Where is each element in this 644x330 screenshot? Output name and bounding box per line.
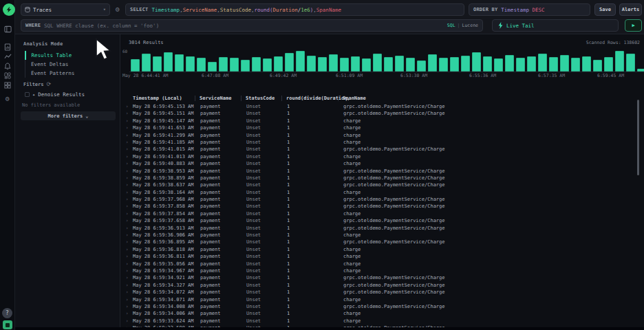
mode-item[interactable]: Results Table (25, 51, 75, 60)
chart-bar[interactable] (571, 58, 580, 72)
chart-bar[interactable] (428, 54, 437, 72)
table-row[interactable]: ›May 28 6:59:38.859 AMpaymentUnset1grpc.… (122, 175, 644, 182)
chart-bar[interactable] (494, 58, 503, 72)
col-duration[interactable]: round(divide(Duration, (281, 96, 342, 101)
vertical-scrollbar[interactable] (637, 100, 639, 175)
chart-bar[interactable] (296, 51, 305, 72)
table-row[interactable]: ›May 28 6:59:41.015 AMpaymentUnset1grpc.… (122, 146, 644, 153)
table-row[interactable]: ›May 28 6:59:41.653 AMpaymentUnset1charg… (122, 124, 644, 131)
col-servicename[interactable]: ServiceName (195, 96, 245, 101)
query-language-toggle[interactable]: SQL|Lucene (447, 23, 478, 28)
chart-bar[interactable] (439, 58, 448, 72)
chart-bar[interactable] (230, 58, 239, 72)
chart-bar[interactable] (307, 56, 316, 72)
chart-bar[interactable] (373, 54, 382, 72)
chart-bar[interactable] (615, 51, 624, 72)
chart-bar[interactable] (153, 56, 162, 72)
table-row[interactable]: ›May 28 6:59:40.883 AMpaymentUnset1charg… (122, 160, 644, 167)
settings-gear-icon[interactable]: ⚙ (3, 94, 12, 102)
col-spanname[interactable]: SpanName (338, 96, 644, 101)
nav-alerts-bell-icon[interactable] (3, 62, 12, 70)
table-row[interactable]: ›May 28 6:59:37.658 AMpaymentUnset1grpc.… (122, 217, 644, 224)
chart-bar[interactable] (384, 57, 393, 72)
table-row[interactable]: ›May 28 6:59:38.953 AMpaymentUnset1grpc.… (122, 168, 644, 175)
col-timestamp[interactable]: Timestamp (Local) (131, 96, 199, 101)
table-row[interactable]: ›May 28 6:59:41.013 AMpaymentUnset1charg… (122, 153, 644, 160)
chart-bar[interactable] (450, 57, 459, 72)
chart-bar[interactable] (516, 58, 525, 72)
nav-dashboards-icon[interactable] (3, 72, 12, 80)
chart-bar[interactable] (461, 56, 470, 72)
table-row[interactable]: ›May 28 6:59:34.327 AMpaymentUnset1grpc.… (122, 282, 644, 289)
logo[interactable] (3, 3, 15, 16)
table-row[interactable]: ›May 28 6:59:34.008 AMpaymentUnset1grpc.… (122, 303, 644, 310)
table-row[interactable]: ›May 28 6:59:34.006 AMpaymentUnset1charg… (122, 310, 644, 317)
nav-chart-explorer-icon[interactable] (3, 52, 12, 60)
more-filters-button[interactable]: More filters ⌄ (21, 111, 116, 120)
chart-bar[interactable] (263, 58, 272, 72)
chart-bar[interactable] (604, 57, 613, 72)
chart-bar[interactable] (329, 54, 338, 72)
mode-item[interactable]: Event Patterns (25, 69, 74, 78)
chart-bar[interactable] (318, 57, 327, 72)
chart-bar[interactable] (219, 57, 228, 72)
table-row[interactable]: ›May 28 6:59:36.906 AMpaymentUnset1charg… (122, 232, 644, 239)
chart-bar[interactable] (285, 53, 294, 72)
mode-item[interactable]: Event Deltas (25, 60, 74, 69)
chart-bar[interactable] (142, 54, 151, 72)
where-clause-input[interactable]: WHERE SQL WHERE clause (ex. column = 'fo… (21, 19, 483, 32)
chart-bar[interactable] (241, 60, 250, 72)
table-row[interactable]: ›May 28 6:59:36.895 AMpaymentUnset1grpc.… (122, 239, 644, 245)
table-row[interactable]: ›May 28 6:59:45.153 AMpaymentUnset1grpc.… (122, 103, 644, 110)
chart-bar[interactable] (582, 56, 591, 72)
chart-bar[interactable] (626, 54, 635, 72)
table-row[interactable]: ›May 28 6:59:34.921 AMpaymentUnset1grpc.… (122, 274, 644, 281)
table-row[interactable]: ›May 28 6:59:37.858 AMpaymentUnset1grpc.… (122, 203, 644, 210)
col-statuscode[interactable]: StatusCode (241, 96, 286, 101)
lucene-toggle[interactable]: Lucene (462, 23, 478, 28)
table-row[interactable]: ›May 28 6:59:38.637 AMpaymentUnset1grpc.… (122, 182, 644, 188)
chart-bar[interactable] (197, 58, 206, 72)
source-settings-gear-icon[interactable]: ⚙ (113, 4, 122, 15)
orderby-input[interactable]: ORDER BY Timestamp DESC (469, 3, 590, 16)
chart-bar[interactable] (417, 60, 426, 72)
denoise-results-toggle[interactable]: ✦ Denoise Results (25, 91, 85, 98)
chart-bar[interactable] (538, 54, 547, 72)
workspace-badge[interactable] (3, 320, 12, 329)
chart-bar[interactable] (351, 56, 360, 72)
table-row[interactable]: ›May 28 6:59:38.164 AMpaymentUnset1charg… (122, 189, 644, 196)
nav-file-chart-icon[interactable] (3, 43, 12, 51)
chart-bar[interactable] (175, 54, 184, 72)
chart-bar[interactable] (549, 57, 558, 72)
source-selector[interactable]: Traces ▾ (21, 3, 110, 16)
table-row[interactable]: ›May 28 6:59:34.071 AMpaymentUnset1charg… (122, 296, 644, 303)
nav-services-grid-icon[interactable] (3, 81, 12, 89)
chart-bar[interactable] (274, 56, 283, 72)
chart-bar[interactable] (131, 59, 140, 72)
chart-bar[interactable] (483, 56, 492, 72)
run-query-button[interactable]: ▶ (625, 19, 642, 32)
table-row[interactable]: ›May 28 6:59:34.072 AMpaymentUnset1grpc.… (122, 289, 644, 296)
table-row[interactable]: ›May 28 6:59:36.913 AMpaymentUnset1grpc.… (122, 225, 644, 232)
table-row[interactable]: ›May 28 6:59:36.811 AMpaymentUnset1charg… (122, 253, 644, 260)
chart-bar[interactable] (527, 56, 536, 72)
table-row[interactable]: ›May 28 6:59:37.854 AMpaymentUnset1charg… (122, 210, 644, 217)
table-row[interactable]: ›May 28 6:59:35.056 AMpaymentUnset1charg… (122, 261, 644, 267)
chart-bar[interactable] (164, 52, 173, 72)
select-query-input[interactable]: SELECT Timestamp,ServiceName,StatusCode,… (125, 3, 464, 16)
chart-bar[interactable] (406, 58, 415, 72)
chart-bar[interactable] (208, 62, 217, 72)
table-row[interactable]: ›May 28 6:59:41.299 AMpaymentUnset1charg… (122, 132, 644, 139)
table-row[interactable]: ›May 28 6:59:45.147 AMpaymentUnset1charg… (122, 118, 644, 124)
table-row[interactable]: ›May 28 6:59:37.968 AMpaymentUnset1grpc.… (122, 196, 644, 203)
chart-bar[interactable] (593, 60, 602, 72)
chart-bar[interactable] (340, 58, 349, 72)
chart-bar[interactable] (395, 56, 404, 72)
save-button[interactable]: Save (594, 3, 616, 16)
alerts-button[interactable]: Alerts (619, 3, 642, 16)
nav-search-icon[interactable] (3, 25, 12, 33)
refresh-filters-icon[interactable]: ⟳ (47, 81, 52, 87)
sql-toggle[interactable]: SQL (447, 23, 455, 28)
chart-bar[interactable] (186, 56, 195, 72)
table-row[interactable]: ›May 28 6:59:33.624 AMpaymentUnset1charg… (122, 318, 644, 324)
